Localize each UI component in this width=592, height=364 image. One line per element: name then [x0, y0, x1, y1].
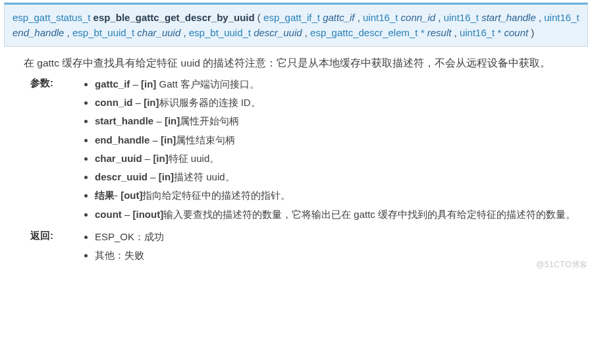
param-type[interactable]: esp_gattc_descr_elem_t *: [310, 27, 424, 38]
param-name: conn_id: [401, 12, 436, 23]
param-direction: [in]: [159, 171, 174, 182]
param-item: count – [inout]输入要查找的描述符的数量，它将输出已在 gattc…: [95, 206, 576, 223]
param-item: char_uuid – [in]特征 uuid。: [95, 150, 576, 167]
return-type-link[interactable]: esp_gatt_status_t: [13, 12, 90, 23]
param-doc-name: start_handle: [95, 115, 153, 126]
param-name: result: [427, 27, 452, 38]
param-type[interactable]: esp_gatt_if_t: [263, 12, 320, 23]
param-direction: [in]: [161, 134, 176, 145]
return-item: 其他：失败: [95, 247, 576, 264]
function-signature: esp_gatt_status_t esp_ble_gattc_get_desc…: [4, 3, 588, 47]
param-name: count: [504, 27, 528, 38]
return-field: 返回: ESP_OK：成功其他：失败: [30, 228, 576, 266]
param-item: descr_uuid – [in]描述符 uuid。: [95, 169, 576, 186]
return-item: ESP_OK：成功: [95, 228, 576, 246]
param-type[interactable]: uint16_t: [363, 12, 398, 23]
param-name: char_uuid: [137, 27, 180, 38]
param-type[interactable]: uint16_t *: [460, 27, 501, 38]
param-doc-name: count: [95, 209, 122, 220]
param-type[interactable]: uint16_t: [544, 12, 579, 23]
param-item: end_handle – [in]属性结束句柄: [95, 132, 576, 149]
param-name: gattc_if: [323, 12, 354, 23]
return-label: 返回:: [30, 228, 67, 242]
param-doc-name: descr_uuid: [95, 171, 148, 182]
params-field: 参数: gattc_if – [in] Gatt 客户端访问接口。conn_id…: [30, 76, 576, 224]
param-doc-name: conn_id: [95, 97, 133, 108]
watermark: @51CTO博客: [536, 259, 588, 271]
param-doc-name: char_uuid: [95, 153, 142, 164]
param-name: start_handle: [481, 12, 536, 23]
param-name: descr_uuid: [254, 27, 302, 38]
param-direction: [out]: [121, 190, 142, 201]
param-item: start_handle – [in]属性开始句柄: [95, 113, 576, 130]
param-direction: [in]: [165, 115, 180, 126]
param-name: end_handle: [13, 27, 64, 38]
returns-list: ESP_OK：成功其他：失败: [83, 228, 576, 265]
params-label: 参数:: [30, 76, 67, 90]
param-direction: [in]: [141, 78, 156, 90]
param-doc-name: 结果: [95, 190, 115, 201]
param-item: gattc_if – [in] Gatt 客户端访问接口。: [95, 76, 576, 93]
param-doc-name: end_handle: [95, 134, 149, 145]
param-doc-name: gattc_if: [95, 78, 130, 90]
params-list: gattc_if – [in] Gatt 客户端访问接口。conn_id – […: [83, 76, 576, 223]
function-description: 在 gattc 缓存中查找具有给定特征 uuid 的描述符注意：它只是从本地缓存…: [4, 47, 588, 74]
param-direction: [inout]: [133, 209, 164, 220]
function-name: esp_ble_gattc_get_descr_by_uuid: [94, 12, 255, 23]
param-type[interactable]: esp_bt_uuid_t: [72, 27, 134, 38]
param-type[interactable]: esp_bt_uuid_t: [189, 27, 251, 38]
param-item: conn_id – [in]标识服务器的连接 ID。: [95, 94, 576, 111]
param-type[interactable]: uint16_t: [444, 12, 479, 23]
param-direction: [in]: [144, 97, 159, 108]
param-item: 结果- [out]指向给定特征中的描述符的指针。: [95, 187, 576, 204]
param-direction: [in]: [153, 153, 168, 164]
